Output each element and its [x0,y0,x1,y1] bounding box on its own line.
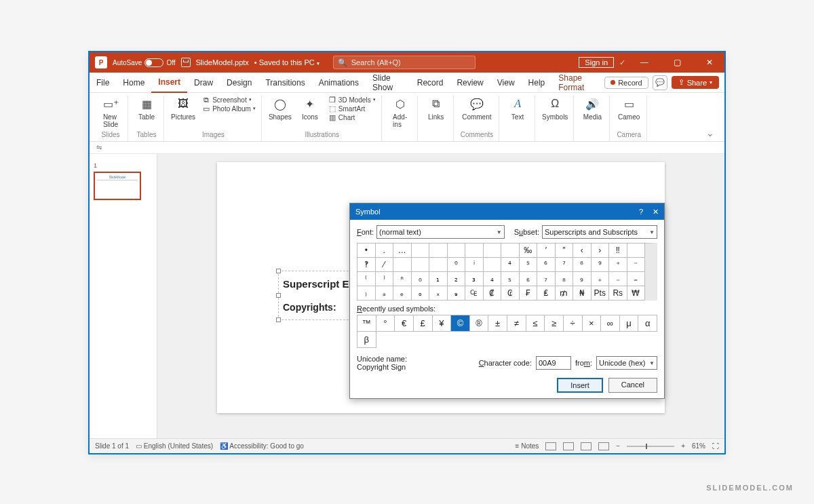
symbol-cell[interactable]: ₔ [448,286,466,301]
recent-symbol-cell[interactable]: € [395,315,414,332]
symbol-cell[interactable] [484,244,502,258]
dialog-titlebar[interactable]: Symbol ? ✕ [350,203,664,220]
symbol-cell[interactable]: ₢ [501,286,520,301]
symbol-cell[interactable]: ⁻ [627,258,646,272]
thumbnail-slide-1[interactable]: SlideModel [94,172,141,200]
symbol-cell[interactable] [448,244,466,258]
zoom-level[interactable]: 61% [692,442,705,450]
symbol-cell[interactable]: ⁰ [448,258,466,272]
tab-review[interactable]: Review [450,73,490,93]
symbol-cell[interactable]: ₆ [520,272,538,286]
symbol-cell[interactable]: ⁺ [609,258,627,272]
recent-symbol-cell[interactable]: © [451,315,470,332]
dialog-help-button[interactable]: ? [639,208,643,216]
symbol-cell[interactable]: ⁄ [376,258,394,272]
coming-soon-icon[interactable]: ✓ [619,58,625,67]
symbol-cell[interactable]: ₑ [393,286,412,301]
subset-select[interactable]: Superscripts and Subscripts▼ [542,225,657,239]
symbol-cell[interactable]: ₃ [465,272,484,286]
recent-symbol-cell[interactable]: ∞ [601,315,620,332]
tab-help[interactable]: Help [522,73,552,93]
comment-button[interactable]: 💬Comment [462,96,491,121]
pictures-button[interactable]: 🖼Pictures [171,96,195,121]
symbol-cell[interactable]: ⁹ [592,258,610,272]
resize-handle[interactable] [276,293,281,298]
table-button[interactable]: ▦Table [135,96,158,121]
shapes-button[interactable]: ◯Shapes [269,96,292,121]
symbol-cell[interactable] [465,244,484,258]
symbol-cell[interactable]: ‰ [520,244,538,258]
fit-to-window-button[interactable]: ⛶ [712,442,719,450]
symbol-cell[interactable]: ₐ [376,286,394,301]
tab-draw[interactable]: Draw [187,73,220,93]
tab-record[interactable]: Record [410,73,450,93]
zoom-slider[interactable] [627,446,674,447]
symbol-cell[interactable]: ₅ [501,272,520,286]
tab-animations[interactable]: Animations [312,73,366,93]
symbol-cell[interactable]: › [592,244,610,258]
language-status[interactable]: ▭ English (United States) [136,442,213,450]
symbol-cell[interactable] [501,244,520,258]
symbol-cell[interactable]: ₥ [556,286,574,301]
cancel-button[interactable]: Cancel [608,378,657,393]
symbol-cell[interactable]: ₓ [429,286,448,301]
dialog-close-button[interactable]: ✕ [653,208,659,216]
symbol-cell[interactable]: ⁷ [556,258,574,272]
font-select[interactable]: (normal text)▼ [376,225,505,239]
symbol-cell[interactable]: ⁸ [573,258,592,272]
symbol-cell[interactable]: ₉ [573,272,592,286]
symbol-grid[interactable]: •.…‰′″‹›‼‽⁄⁰ⁱ⁴⁵⁶⁷⁸⁹⁺⁻⁽⁾ⁿ₀₁₂₃₄₅₆₇₈₉₊₋₌₎ₐₑ… [357,243,657,301]
recent-symbol-cell[interactable]: £ [414,315,433,332]
tab-design[interactable]: Design [220,73,258,93]
autosave-toggle[interactable]: AutoSave Off [113,58,176,67]
symbol-cell[interactable]: ⁽ [357,272,376,286]
links-button[interactable]: ⧉Links [425,96,448,121]
tab-view[interactable]: View [490,73,522,93]
symbol-cell[interactable]: ₁ [429,272,448,286]
symbol-cell[interactable]: ⁾ [376,272,394,286]
symbol-cell[interactable] [484,258,502,272]
symbol-cell[interactable]: Pts [592,286,610,301]
tab-slideshow[interactable]: Slide Show [366,73,410,93]
recent-symbol-cell[interactable]: ≥ [545,315,564,332]
symbol-cell[interactable]: ′ [537,244,556,258]
char-code-input[interactable]: 00A9 [536,356,571,370]
symbol-cell[interactable]: ″ [556,244,574,258]
recent-symbol-cell[interactable]: ± [488,315,507,332]
symbol-cell[interactable]: … [393,244,412,258]
symbol-cell[interactable]: ‽ [357,258,376,272]
symbol-cell[interactable]: ₤ [537,286,556,301]
toggle-icon[interactable] [144,58,163,67]
recent-symbol-cell[interactable]: ° [376,315,395,332]
symbol-cell[interactable]: ⁵ [520,258,538,272]
slideshow-view-button[interactable] [598,442,609,450]
symbol-cell[interactable]: ₀ [412,272,430,286]
symbol-cell[interactable]: Rs [609,286,627,301]
symbol-cell[interactable] [627,244,646,258]
ribbon-collapse-button[interactable]: ⌄ [700,96,720,141]
recent-symbol-cell[interactable]: ™ [357,315,376,332]
symbol-cell[interactable]: ⁿ [393,272,412,286]
symbol-cell[interactable] [412,258,430,272]
recent-symbol-cell[interactable]: ® [470,315,489,332]
slide-canvas[interactable]: Sli ↻ Superscript Example Copyrights: [217,162,665,413]
symbol-cell[interactable]: ₌ [627,272,646,286]
addins-button[interactable]: ⬡Add- ins [389,96,412,128]
from-select[interactable]: Unicode (hex)▼ [596,356,657,370]
maximize-button[interactable]: ▢ [663,52,691,73]
recent-symbols[interactable]: ™°€£¥©®±≠≤≥÷×∞μαβ [357,315,657,348]
symbol-cell[interactable]: ₇ [537,272,556,286]
record-button[interactable]: Record [604,77,648,89]
insert-button[interactable]: Insert [557,378,603,393]
recent-symbol-cell[interactable]: ¥ [433,315,452,332]
accessibility-status[interactable]: ♿ Accessibility: Good to go [220,442,304,450]
tab-shape-format[interactable]: Shape Format [551,73,604,93]
tab-file[interactable]: File [90,73,116,93]
symbol-cell[interactable] [429,258,448,272]
reading-view-button[interactable] [581,442,592,450]
symbol-cell[interactable]: • [357,244,376,258]
symbol-cell[interactable]: ₄ [484,272,502,286]
symbol-cell[interactable] [429,244,448,258]
recent-symbol-cell[interactable]: ≤ [526,315,545,332]
chart-button[interactable]: ▥Chart [328,113,376,121]
